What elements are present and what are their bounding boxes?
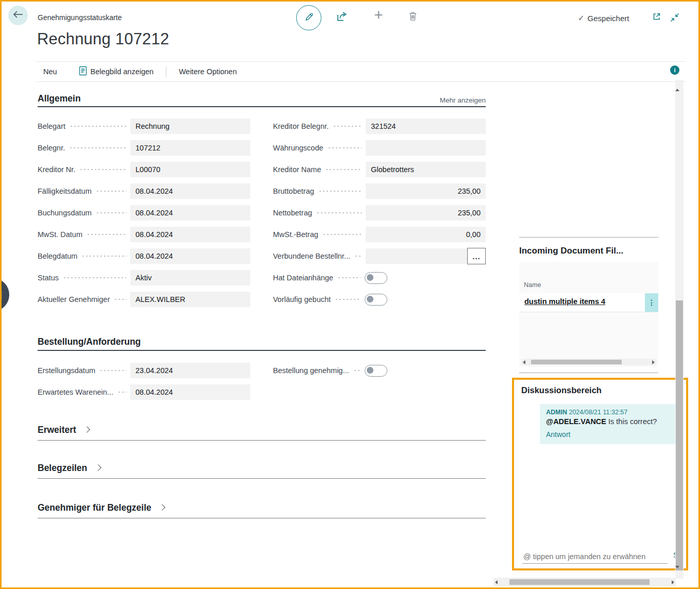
- field-mwst-betrag: MwSt.-Betrag 0,00: [273, 227, 486, 242]
- section-erweitert-header[interactable]: Erweitert: [38, 425, 89, 435]
- vertical-ellipsis-icon: ⋮: [648, 298, 655, 307]
- field-label: Erstellungsdatum: [38, 363, 95, 378]
- back-arrow-icon: [13, 10, 23, 21]
- section-erweitert-rule: [38, 440, 486, 441]
- scrollbar-thumb[interactable]: [509, 579, 650, 585]
- scrollbar-track[interactable]: [499, 578, 670, 586]
- popout-icon: [652, 11, 662, 24]
- field-value[interactable]: 08.04.2024: [130, 384, 250, 400]
- field-value[interactable]: Globetrotters: [366, 162, 486, 177]
- collapse-page-button[interactable]: [669, 13, 680, 24]
- scrollbar-thumb[interactable]: [531, 360, 622, 364]
- field-label: Belegdatum: [38, 248, 77, 264]
- side-panel-handle[interactable]: ⋮: [0, 279, 9, 311]
- section-genehmiger-header[interactable]: Genehmiger für Belegzeile: [38, 502, 164, 513]
- allgemein-right-column: Kreditor Belegnr. 321524 Währungscode Kr…: [273, 119, 486, 313]
- field-value[interactable]: Rechnung: [130, 119, 250, 134]
- dotted-leader: [335, 292, 361, 307]
- field-vorlaeufig-gebucht: Vorläufig gebucht: [273, 292, 486, 307]
- reply-link[interactable]: Antwort: [546, 430, 570, 439]
- assist-edit-button[interactable]: ...: [467, 248, 486, 264]
- section-allgemein-title[interactable]: Allgemein: [38, 93, 81, 104]
- field-label: Belegnr.: [38, 140, 65, 156]
- field-bruttobetrag: Bruttobetrag 235,00: [273, 183, 486, 199]
- field-label: Status: [38, 270, 59, 285]
- info-button[interactable]: i: [670, 65, 679, 75]
- field-value[interactable]: ALEX.WILBER: [130, 292, 250, 307]
- add-button[interactable]: +: [371, 6, 386, 24]
- scroll-right-arrow-icon[interactable]: [672, 580, 674, 584]
- file-link[interactable]: dustin multiple items 4: [524, 297, 605, 306]
- field-label: Kreditor Belegnr.: [273, 119, 329, 134]
- back-button[interactable]: [8, 6, 28, 25]
- dotted-leader: [353, 363, 361, 378]
- vorlaeufig-gebucht-toggle[interactable]: [365, 294, 387, 306]
- field-value[interactable]: [366, 140, 486, 156]
- field-bestellung-genehmigt: Bestellung genehmig...: [273, 363, 486, 378]
- scroll-left-arrow-icon[interactable]: [495, 580, 498, 584]
- field-value[interactable]: 08.04.2024: [130, 183, 250, 199]
- delete-button[interactable]: [406, 10, 419, 24]
- vertical-scrollbar-thumb[interactable]: [676, 300, 683, 570]
- dotted-leader: [96, 183, 126, 199]
- scroll-down-arrow[interactable]: [675, 568, 684, 578]
- dotted-leader: [333, 119, 362, 134]
- field-kreditor-nr: Kreditor Nr. L00070: [38, 162, 250, 177]
- section-bestellung-title[interactable]: Bestellung/Anforderung: [38, 336, 141, 347]
- dotted-leader: [70, 119, 126, 134]
- dotted-leader: [337, 270, 361, 285]
- incoming-files-title[interactable]: Incoming Document Fil...: [519, 246, 623, 256]
- field-mwst-datum: MwSt. Datum 08.04.2024: [38, 227, 250, 242]
- field-value[interactable]: L00070: [130, 162, 250, 177]
- incoming-files-panel: Name dustin multiple items 4 ⋮: [519, 262, 658, 367]
- grip-dots-icon: ⋮: [0, 293, 5, 296]
- field-value[interactable]: 235,00: [366, 183, 486, 199]
- edit-button[interactable]: [296, 5, 321, 30]
- field-value[interactable]: 0,00: [366, 227, 486, 242]
- collapse-arrows-icon: [670, 12, 680, 25]
- field-value[interactable]: 08.04.2024: [130, 227, 250, 242]
- field-value[interactable]: 23.04.2024: [130, 363, 250, 378]
- scrollbar-track[interactable]: [527, 359, 651, 365]
- field-erwartetes-wareneingang: Erwartetes Warenein... 08.04.2024: [38, 384, 250, 400]
- share-button[interactable]: [335, 10, 349, 25]
- show-more-link[interactable]: Mehr anzeigen: [440, 96, 486, 104]
- more-options-button[interactable]: Weitere Optionen: [172, 62, 244, 81]
- field-status: Status Aktiv: [38, 270, 250, 285]
- dotted-leader: [318, 183, 362, 199]
- field-label: MwSt. Datum: [38, 227, 82, 242]
- scroll-left-arrow-icon[interactable]: [523, 360, 525, 364]
- dotted-leader: [117, 384, 126, 400]
- bestellung-right-column: Bestellung genehmig...: [273, 363, 486, 384]
- scroll-up-arrow-icon[interactable]: [675, 80, 679, 91]
- field-value[interactable]: 08.04.2024: [130, 205, 250, 221]
- show-document-image-button[interactable]: Belegbild anzeigen: [72, 62, 161, 81]
- new-button[interactable]: Neu: [36, 62, 64, 81]
- factbox-horizontal-scrollbar[interactable]: [493, 578, 676, 586]
- new-label: Neu: [43, 68, 57, 76]
- field-value[interactable]: 08.04.2024: [130, 248, 250, 264]
- scroll-right-arrow-icon[interactable]: [652, 360, 655, 364]
- mention-input[interactable]: [522, 550, 668, 564]
- field-label: MwSt.-Betrag: [273, 227, 318, 242]
- column-header-name[interactable]: Name: [524, 281, 541, 289]
- dotted-leader: [96, 205, 126, 221]
- field-value[interactable]: 235,00: [366, 205, 486, 221]
- bestellung-genehmigt-toggle[interactable]: [365, 365, 387, 377]
- chevron-right-icon: [83, 426, 90, 433]
- page-title: Rechnung 107212: [37, 30, 169, 48]
- panel-horizontal-scrollbar[interactable]: [521, 359, 656, 365]
- section-allgemein-rule: [38, 106, 486, 107]
- section-erweitert-title: Erweitert: [38, 425, 76, 435]
- file-row[interactable]: dustin multiple items 4 ⋮: [519, 293, 658, 312]
- field-value[interactable]: 321524: [366, 119, 486, 134]
- field-value[interactable]: Aktiv: [130, 270, 250, 285]
- row-menu-button[interactable]: ⋮: [645, 293, 658, 312]
- toggle-knob: [367, 296, 373, 302]
- vertical-scrollbar[interactable]: [675, 80, 684, 579]
- saved-label: Gespeichert: [588, 14, 629, 23]
- field-value[interactable]: 107212: [130, 140, 250, 156]
- open-in-new-window-button[interactable]: [651, 12, 662, 23]
- hat-dateianhaenge-toggle[interactable]: [365, 272, 387, 284]
- section-belegzeilen-header[interactable]: Belegzeilen: [38, 463, 100, 474]
